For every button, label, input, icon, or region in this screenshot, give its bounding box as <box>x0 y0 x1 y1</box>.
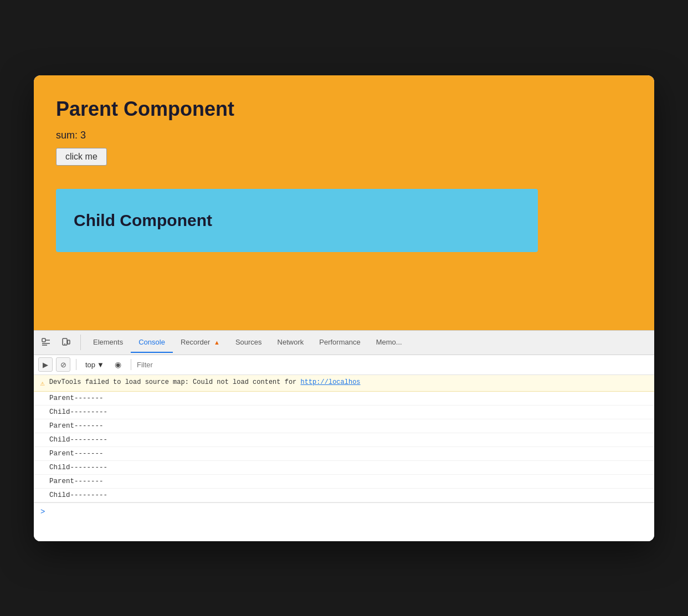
prompt-arrow-icon: > <box>40 507 45 516</box>
tab-memory[interactable]: Memo... <box>368 332 410 353</box>
console-log-line: Child--------- <box>34 405 654 419</box>
app-area: Parent Component sum: 3 click me Child C… <box>34 75 654 330</box>
parent-component-title: Parent Component <box>56 97 632 121</box>
tab-performance[interactable]: Performance <box>311 332 368 353</box>
console-log-line: Child--------- <box>34 489 654 502</box>
svg-rect-5 <box>68 340 70 344</box>
devtools-panel: Elements Console Recorder ▲ Sources Netw… <box>34 330 654 541</box>
devtools-icon-group <box>38 335 81 350</box>
recorder-warning-icon: ▲ <box>214 339 220 346</box>
tab-network[interactable]: Network <box>270 332 312 353</box>
click-me-button[interactable]: click me <box>56 148 107 166</box>
clear-console-button[interactable]: ▶ <box>38 357 53 372</box>
console-warning-line: ⚠ DevTools failed to load source map: Co… <box>34 375 654 392</box>
console-log-line: Parent------- <box>34 447 654 461</box>
browser-window: Parent Component sum: 3 click me Child C… <box>34 75 654 541</box>
context-label: top <box>85 361 95 369</box>
console-log-line: Parent------- <box>34 475 654 489</box>
console-log-line: Child--------- <box>34 433 654 447</box>
warning-icon: ⚠ <box>40 379 45 388</box>
console-log-line: Child--------- <box>34 461 654 475</box>
devtools-tabs-bar: Elements Console Recorder ▲ Sources Netw… <box>34 331 654 355</box>
inspect-icon-btn[interactable] <box>38 335 54 350</box>
tab-console[interactable]: Console <box>131 332 173 353</box>
dropdown-chevron-icon: ▼ <box>97 361 104 369</box>
toolbar-separator <box>76 359 76 370</box>
console-log-line: Parent------- <box>34 392 654 405</box>
console-toolbar: ▶ ⊘ top ▼ ◉ <box>34 355 654 375</box>
child-component-title: Child Component <box>74 211 520 230</box>
device-toolbar-icon-btn[interactable] <box>58 335 74 350</box>
toolbar-separator-2 <box>131 359 131 370</box>
parent-component: Parent Component sum: 3 click me Child C… <box>56 97 632 252</box>
console-output: ⚠ DevTools failed to load source map: Co… <box>34 375 654 541</box>
warning-text: DevTools failed to load source map: Coul… <box>49 378 361 386</box>
tab-recorder[interactable]: Recorder ▲ <box>173 332 228 353</box>
tab-sources[interactable]: Sources <box>228 332 270 353</box>
svg-rect-0 <box>42 338 45 342</box>
console-prompt: > <box>34 502 654 521</box>
block-network-button[interactable]: ⊘ <box>56 357 70 372</box>
context-dropdown[interactable]: top ▼ <box>82 360 107 370</box>
warning-link[interactable]: http://localhos <box>301 378 361 386</box>
sum-display: sum: 3 <box>56 130 632 141</box>
console-log-line: Parent------- <box>34 419 654 433</box>
child-component: Child Component <box>56 189 538 252</box>
eye-button[interactable]: ◉ <box>111 357 125 372</box>
console-filter-input[interactable] <box>137 361 650 369</box>
tab-elements[interactable]: Elements <box>85 332 131 353</box>
